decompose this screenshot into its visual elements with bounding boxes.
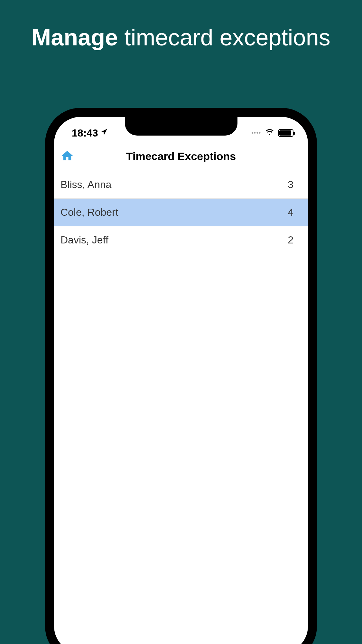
item-count: 3 <box>288 179 293 191</box>
list-item[interactable]: Cole, Robert 4 <box>54 199 308 226</box>
phone-frame: 18:43 •••• <box>45 108 317 644</box>
wifi-icon <box>265 128 274 138</box>
promo-title: Manage timecard exceptions <box>0 0 362 51</box>
item-count: 4 <box>288 206 293 218</box>
nav-title: Timecard Exceptions <box>60 150 302 163</box>
phone-screen: 18:43 •••• <box>54 117 308 644</box>
signal-dots-icon: •••• <box>252 130 261 136</box>
promo-title-rest: timecard exceptions <box>118 24 330 50</box>
item-name: Davis, Jeff <box>60 234 108 246</box>
location-arrow-icon <box>100 128 108 138</box>
list-item[interactable]: Bliss, Anna 3 <box>54 171 308 199</box>
item-count: 2 <box>288 234 293 246</box>
status-left: 18:43 <box>72 127 108 139</box>
nav-bar: Timecard Exceptions <box>54 144 308 171</box>
list-item[interactable]: Davis, Jeff 2 <box>54 226 308 254</box>
item-name: Cole, Robert <box>60 206 118 218</box>
item-name: Bliss, Anna <box>60 179 111 191</box>
status-right: •••• <box>252 128 293 138</box>
phone-notch <box>125 117 237 136</box>
exceptions-list: Bliss, Anna 3 Cole, Robert 4 Davis, Jeff… <box>54 171 308 254</box>
battery-fill <box>279 130 291 136</box>
home-icon[interactable] <box>60 149 74 164</box>
status-time: 18:43 <box>72 127 98 139</box>
battery-icon <box>278 129 293 137</box>
promo-title-bold: Manage <box>32 24 118 50</box>
